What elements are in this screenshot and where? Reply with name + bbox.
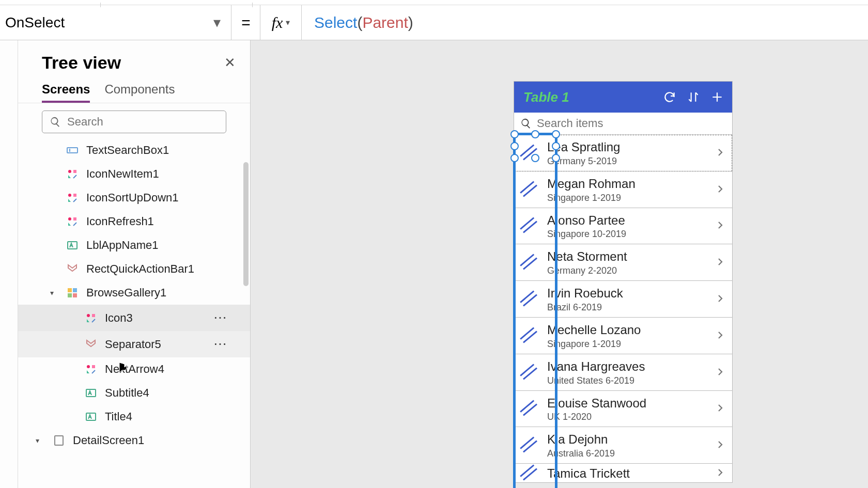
gallery-item[interactable]: Ivana HargreavesUnited States 6-2019 xyxy=(514,354,732,391)
pencil-icon xyxy=(521,291,539,308)
tree-item-label: IconSortUpDown1 xyxy=(86,191,179,204)
svg-rect-6 xyxy=(68,288,72,292)
fx-button[interactable]: fx ▾ xyxy=(260,5,302,40)
svg-point-11 xyxy=(87,365,90,368)
selection-handles[interactable] xyxy=(512,131,559,161)
tree-item-textsearchbox1[interactable]: TextSearchBox1 xyxy=(18,138,250,162)
tab-components[interactable]: Components xyxy=(104,82,175,103)
chevron-down-icon[interactable]: ▾ xyxy=(50,289,54,297)
gallery-item[interactable]: Alonso ParteeSingapore 10-2019 xyxy=(514,208,732,245)
item-subtitle: Singapore 1-2019 xyxy=(547,193,707,203)
tree-item-iconnewitem1[interactable]: IconNewItem1 xyxy=(18,162,250,186)
browse-gallery: Lea SpratlingGermany 5-2019Megan RohmanS… xyxy=(514,135,732,482)
chevron-right-icon xyxy=(716,294,725,305)
gallery-item[interactable]: Irvin RoebuckBrazil 6-2019 xyxy=(514,281,732,318)
screen-icon xyxy=(52,434,66,447)
tree-item-label: Title4 xyxy=(105,410,132,423)
refresh-icon[interactable] xyxy=(662,89,677,105)
app-title: Table 1 xyxy=(521,89,654,105)
pencil-icon xyxy=(521,254,539,272)
label-icon xyxy=(66,239,79,252)
tree-search-box[interactable] xyxy=(42,111,226,133)
tree-item-browsegallery1[interactable]: ▾BrowseGallery1 xyxy=(18,281,250,305)
more-icon[interactable]: ⋯ xyxy=(213,336,227,352)
tree-item-label: IconRefresh1 xyxy=(86,215,154,228)
tab-screens[interactable]: Screens xyxy=(42,82,90,103)
add-icon[interactable] xyxy=(709,89,725,105)
tree-item-label: DetailScreen1 xyxy=(73,434,144,447)
tree-item-iconsortupdown1[interactable]: IconSortUpDown1 xyxy=(18,186,250,210)
pencil-icon xyxy=(521,181,539,199)
tree-item-separator5[interactable]: Separator5⋯ xyxy=(18,331,250,357)
gallery-item[interactable]: Kia DejohnAustralia 6-2019 xyxy=(514,427,732,464)
tree-item-label: Subtitle4 xyxy=(105,386,149,400)
chevron-right-icon xyxy=(716,440,725,451)
pencil-icon xyxy=(521,437,539,454)
tree-item-label: NextArrow4 xyxy=(105,363,164,376)
tree-item-label: TextSearchBox1 xyxy=(86,144,169,157)
tree-list: TextSearchBox1IconNewItem1IconSortUpDown… xyxy=(18,138,250,488)
pencil-icon xyxy=(521,364,539,382)
tree-item-label: Separator5 xyxy=(105,338,161,351)
gallery-item[interactable]: Neta StormentGermany 2-2020 xyxy=(514,244,732,281)
left-rail xyxy=(0,40,18,488)
tree-tabs: Screens Components xyxy=(18,79,250,103)
app-header: Table 1 xyxy=(514,82,732,113)
more-icon[interactable]: ⋯ xyxy=(213,310,227,326)
tree-item-detailscreen1[interactable]: ▾DetailScreen1 xyxy=(18,429,250,452)
item-subtitle: Singapore 1-2019 xyxy=(547,339,707,350)
gallery-item[interactable]: Megan RohmanSingapore 1-2019 xyxy=(514,171,732,208)
item-title: Kia Dejohn xyxy=(547,432,707,447)
chevron-right-icon xyxy=(716,148,725,159)
equals-sign: = xyxy=(231,5,260,40)
pencil-icon xyxy=(521,400,539,418)
icon-grp-icon xyxy=(66,215,79,228)
tree-item-title4[interactable]: Title4 xyxy=(18,405,250,429)
chevron-down-icon[interactable]: ▾ xyxy=(36,436,39,445)
svg-rect-14 xyxy=(55,436,63,445)
close-icon[interactable]: ✕ xyxy=(224,55,236,71)
tree-item-subtitle4[interactable]: Subtitle4 xyxy=(18,381,250,405)
tree-item-iconrefresh1[interactable]: IconRefresh1 xyxy=(18,210,250,233)
search-icon xyxy=(520,118,532,129)
svg-point-2 xyxy=(68,170,71,173)
tree-item-nextarrow4[interactable]: NextArrow4 xyxy=(18,357,250,381)
tree-item-label: IconNewItem1 xyxy=(86,167,159,181)
item-subtitle: United States 6-2019 xyxy=(547,375,707,386)
tree-item-label: BrowseGallery1 xyxy=(86,286,166,300)
item-subtitle: Singapore 10-2019 xyxy=(547,229,707,240)
chevron-right-icon xyxy=(716,184,725,196)
item-title: Megan Rohman xyxy=(547,177,707,192)
ribbon-tab-strip xyxy=(0,0,868,5)
svg-rect-9 xyxy=(73,293,77,297)
item-subtitle: Germany 5-2019 xyxy=(547,156,707,167)
svg-rect-8 xyxy=(68,293,72,297)
item-title: Tamica Trickett xyxy=(547,466,707,481)
search-input[interactable] xyxy=(67,115,219,129)
gallery-item[interactable]: Tamica Trickett xyxy=(514,464,732,482)
property-selector[interactable]: OnSelect ▾ xyxy=(0,5,231,40)
item-title: Irvin Roebuck xyxy=(547,286,707,301)
item-title: Ivana Hargreaves xyxy=(547,359,707,374)
pencil-icon xyxy=(521,217,539,235)
gallery-item[interactable]: Mechelle LozanoSingapore 1-2019 xyxy=(514,318,732,354)
gallery-item[interactable]: Elouise StanwoodUK 1-2020 xyxy=(514,391,732,428)
chevron-down-icon: ▾ xyxy=(213,14,221,31)
formula-input[interactable]: Select(Parent) xyxy=(302,5,868,40)
chevron-right-icon xyxy=(716,403,725,415)
tree-item-label: RectQuickActionBar1 xyxy=(86,262,194,276)
item-title: Neta Storment xyxy=(547,249,707,264)
icon-grp-icon xyxy=(84,311,98,325)
tree-item-lblappname1[interactable]: LblAppName1 xyxy=(18,233,250,257)
item-title: Lea Spratling xyxy=(547,140,707,155)
item-subtitle: Brazil 6-2019 xyxy=(547,302,707,313)
sort-icon[interactable] xyxy=(686,89,701,105)
chevron-right-icon xyxy=(716,257,725,269)
tree-item-icon3[interactable]: Icon3⋯ xyxy=(18,305,250,331)
tree-item-label: LblAppName1 xyxy=(86,239,158,252)
app-search-input[interactable] xyxy=(537,117,726,130)
property-name: OnSelect xyxy=(5,14,65,31)
shape-icon xyxy=(66,262,79,276)
tree-item-rectquickactionbar1[interactable]: RectQuickActionBar1 xyxy=(18,257,250,281)
icon-grp-icon xyxy=(84,363,98,376)
